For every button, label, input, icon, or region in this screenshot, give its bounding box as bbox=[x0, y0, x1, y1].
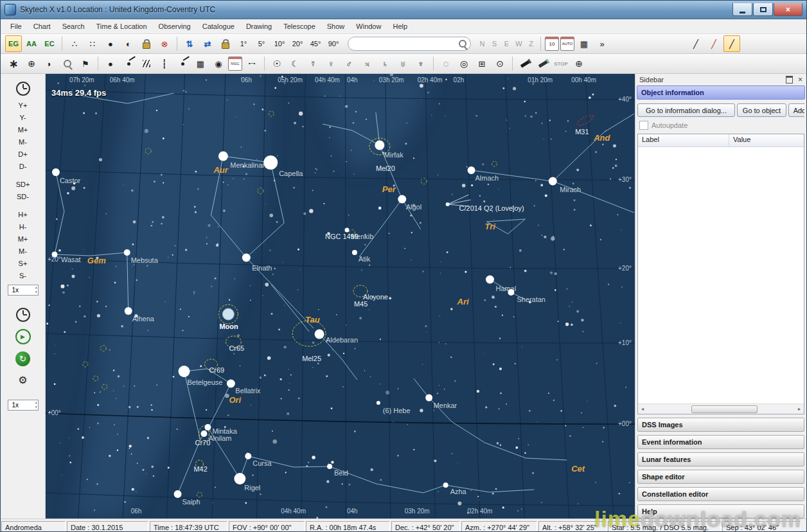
add-button[interactable]: Add... bbox=[788, 103, 804, 117]
mercury-icon[interactable]: ☿ bbox=[305, 55, 321, 72]
coordinates-icon[interactable]: ◉ bbox=[210, 55, 227, 72]
ngc-catalog-button[interactable]: NGC bbox=[228, 57, 242, 71]
center-chart-icon[interactable]: ⊕ bbox=[23, 55, 40, 72]
hour-plus-button[interactable]: H+ bbox=[1, 209, 45, 221]
neptune-icon[interactable]: ♆ bbox=[412, 55, 429, 72]
saturn-icon[interactable]: ♄ bbox=[377, 55, 393, 72]
fov-1deg-button[interactable]: 1° bbox=[235, 35, 252, 52]
jupiter-icon[interactable]: ♃ bbox=[359, 55, 375, 72]
panel-dss-images[interactable]: DSS Images bbox=[637, 418, 804, 432]
year-plus-button[interactable]: Y+ bbox=[1, 100, 45, 112]
panel-constellation-editor[interactable]: Constellation editor bbox=[637, 487, 804, 501]
close-button[interactable]: × bbox=[774, 3, 803, 16]
look-north-button[interactable]: N bbox=[477, 36, 488, 51]
meridian-line-icon[interactable]: ┆ bbox=[156, 55, 173, 72]
meteor-shower-icon[interactable] bbox=[138, 55, 155, 72]
equatorial-grid-button[interactable]: EG bbox=[5, 35, 22, 52]
chart-mode-normal-icon[interactable]: ╱ bbox=[687, 35, 704, 52]
month-minus-button[interactable]: M- bbox=[1, 136, 45, 148]
goto-information-dialog-button[interactable]: Go to information dialog... bbox=[637, 103, 735, 117]
field-auto-icon[interactable]: AUTO bbox=[560, 37, 574, 51]
fewer-deepsky-icon[interactable]: ◐ bbox=[120, 35, 137, 52]
venus-icon[interactable]: ♀ bbox=[323, 55, 339, 72]
menu-search[interactable]: Search bbox=[57, 21, 91, 32]
panel-shape-editor[interactable]: Shape editor bbox=[637, 470, 804, 484]
time-step-spinner[interactable]: 1x▴▾ bbox=[8, 285, 39, 296]
menu-show[interactable]: Show bbox=[321, 21, 351, 32]
spinner-arrows-icon[interactable]: ▴▾ bbox=[35, 400, 37, 409]
search-input[interactable] bbox=[352, 39, 459, 48]
look-south-button[interactable]: S bbox=[489, 36, 500, 51]
maximize-button[interactable] bbox=[753, 3, 773, 16]
settings-icon[interactable]: ⚙ bbox=[14, 371, 32, 389]
day-minus-button[interactable]: D- bbox=[1, 161, 45, 173]
fov-45deg-button[interactable]: 45° bbox=[307, 35, 324, 52]
sidereal-day-plus-button[interactable]: SD+ bbox=[1, 179, 45, 191]
menu-window[interactable]: Window bbox=[350, 21, 387, 32]
look-east-button[interactable]: E bbox=[501, 36, 512, 51]
label-column-header[interactable]: Label bbox=[638, 134, 729, 146]
sky-chart[interactable]: CastorWasatMebsutaAlhenaMenkalinanCapell… bbox=[46, 74, 635, 519]
look-zenith-button[interactable]: Z bbox=[526, 36, 537, 51]
telescope-stop-button[interactable]: STOP bbox=[553, 55, 569, 72]
hour-minus-button[interactable]: H- bbox=[1, 221, 45, 233]
scrollbar-thumb[interactable] bbox=[691, 405, 758, 413]
autoupdate-checkbox[interactable]: Autoupdate bbox=[639, 121, 803, 130]
look-west-button[interactable]: W bbox=[513, 36, 524, 51]
overflow-button[interactable]: » bbox=[594, 35, 610, 52]
reset-time-icon[interactable]: ↻ bbox=[14, 350, 32, 368]
comet-tail-icon[interactable] bbox=[174, 55, 191, 72]
uranus-icon[interactable]: ♅ bbox=[395, 55, 411, 72]
close-sidebar-icon[interactable]: × bbox=[798, 76, 803, 83]
lock-view-icon[interactable] bbox=[217, 35, 234, 52]
field-10-icon[interactable]: 10 bbox=[545, 37, 559, 51]
frame-select-icon[interactable]: ⊞ bbox=[474, 55, 490, 72]
menu-telescope[interactable]: Telescope bbox=[278, 21, 321, 32]
default-star-icon[interactable]: ∗ bbox=[5, 55, 22, 72]
scrollbar-track[interactable] bbox=[647, 405, 795, 413]
flip-horizontal-icon[interactable]: ⇄ bbox=[199, 35, 216, 52]
minute-plus-button[interactable]: M+ bbox=[1, 233, 45, 245]
clock-icon[interactable] bbox=[14, 80, 32, 98]
fov-circle-icon[interactable]: ◌ bbox=[438, 55, 454, 72]
menu-drawing[interactable]: Drawing bbox=[240, 21, 278, 32]
menu-time-location[interactable]: Time & Location bbox=[91, 21, 153, 32]
title-bar[interactable]: Skytech X v1.0 Location : United Kingdom… bbox=[1, 1, 806, 19]
menu-chart[interactable]: Chart bbox=[28, 21, 57, 32]
grid-view-icon[interactable]: ▦ bbox=[576, 35, 592, 52]
more-deepsky-icon[interactable]: ● bbox=[102, 35, 119, 52]
menu-observing[interactable]: Observing bbox=[153, 21, 197, 32]
year-minus-button[interactable]: Y- bbox=[1, 112, 45, 124]
planet-dot-icon[interactable]: ● bbox=[102, 55, 119, 72]
fov-10deg-button[interactable]: 10° bbox=[271, 35, 288, 52]
table-horizontal-scrollbar[interactable]: ◂ ▸ bbox=[638, 403, 804, 414]
panel-event-information[interactable]: Event information bbox=[637, 435, 804, 449]
time-now-icon[interactable] bbox=[14, 306, 32, 324]
mars-icon[interactable]: ♂ bbox=[341, 55, 357, 72]
panel-help[interactable]: Help bbox=[637, 504, 804, 519]
chart-mode-dso-icon[interactable]: ╱ bbox=[723, 35, 740, 52]
comet-icon[interactable] bbox=[120, 55, 137, 72]
telescope-sync-icon[interactable]: ⊕ bbox=[571, 55, 587, 72]
flip-vertical-icon[interactable]: ⇅ bbox=[181, 35, 198, 52]
scroll-left-icon[interactable]: ◂ bbox=[638, 406, 647, 412]
run-time-icon[interactable]: ▶ bbox=[14, 328, 32, 346]
menu-catalogue[interactable]: Catalogue bbox=[197, 21, 240, 32]
fewer-stars-icon[interactable]: ∷ bbox=[84, 35, 101, 52]
second-minus-button[interactable]: S- bbox=[1, 270, 45, 282]
telescope-goto-icon[interactable] bbox=[535, 55, 551, 72]
lock-limits-icon[interactable] bbox=[138, 35, 155, 52]
fov-indicator-icon[interactable]: ◎ bbox=[456, 55, 472, 72]
checkbox-box[interactable] bbox=[639, 121, 648, 130]
goto-object-button[interactable]: Go to object bbox=[737, 103, 786, 117]
sun-icon[interactable]: ☉ bbox=[269, 55, 285, 72]
fov-5deg-button[interactable]: 5° bbox=[253, 35, 270, 52]
center-object-icon[interactable]: ⊙ bbox=[492, 55, 508, 72]
azimuthal-grid-button[interactable]: AA bbox=[23, 35, 40, 52]
object-information-header[interactable]: Object information bbox=[637, 85, 805, 100]
fov-20deg-button[interactable]: 20° bbox=[289, 35, 306, 52]
reset-limits-icon[interactable]: ⊗ bbox=[156, 35, 173, 52]
second-plus-button[interactable]: S+ bbox=[1, 258, 45, 270]
minimize-button[interactable] bbox=[732, 3, 752, 16]
float-panel-icon[interactable] bbox=[786, 76, 793, 84]
